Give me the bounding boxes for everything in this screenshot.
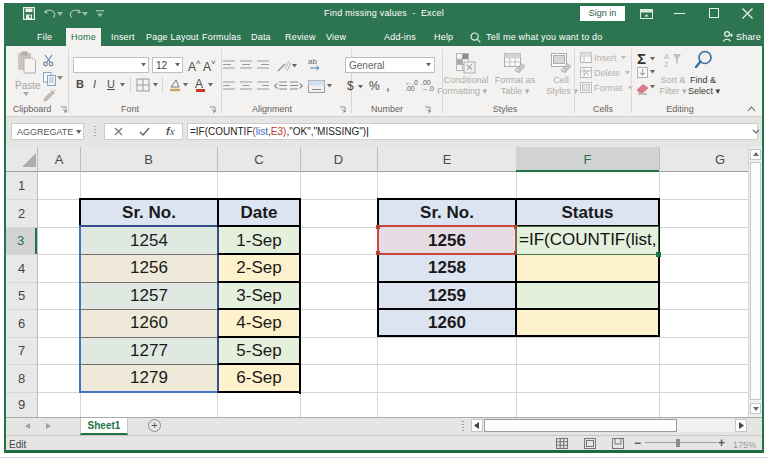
svg-text:Z: Z — [664, 60, 669, 69]
svg-text:ab: ab — [308, 57, 317, 66]
